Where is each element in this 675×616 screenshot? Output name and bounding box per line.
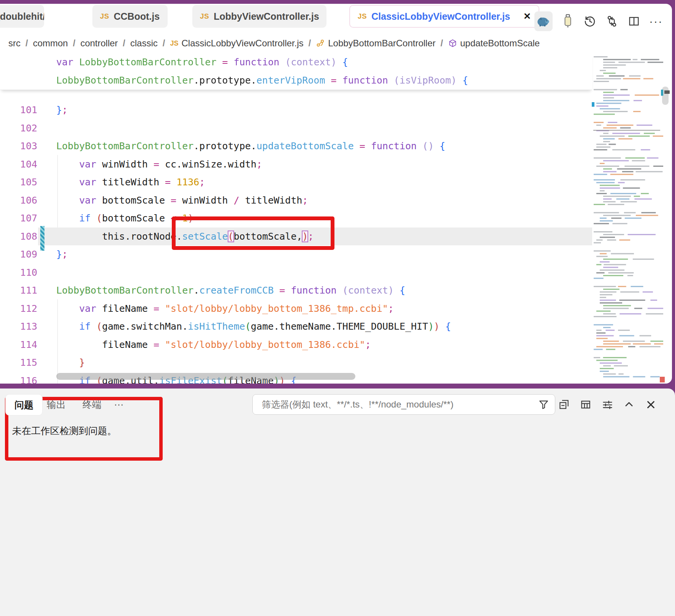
split-editor-icon[interactable] (627, 14, 641, 28)
tab-es-doublehit[interactable]: s_doublehit/... (0, 5, 44, 28)
breadcrumb-separator: / (309, 38, 311, 49)
editor-area: s_doublehit/... JS CCBoot.js JS LobbyVie… (0, 4, 672, 384)
maximize-panel-icon[interactable] (623, 398, 635, 411)
collapse-all-icon[interactable] (558, 398, 570, 411)
tab-label: s_doublehit/... (0, 11, 44, 22)
line-number: 115 (0, 357, 38, 368)
overview-modified-marker (661, 90, 663, 96)
close-panel-icon[interactable] (645, 398, 657, 411)
line-number: 116 (0, 375, 38, 384)
line-number: 109 (0, 249, 38, 260)
minimap-error-marker (660, 377, 665, 382)
table-view-icon[interactable] (580, 398, 592, 411)
line-number: 103 (0, 141, 38, 152)
breadcrumb-label: ClassicLobbyViewController.js (181, 38, 303, 49)
more-actions-icon[interactable]: ··· (649, 14, 663, 28)
breadcrumb-item-src[interactable]: src (8, 38, 21, 49)
line-number: 104 (0, 159, 38, 170)
panel-tab-problems[interactable]: 问题 (5, 394, 43, 415)
usb-drive-icon[interactable] (561, 14, 575, 28)
tab-classiclobbyviewcontroller[interactable]: JS ClassicLobbyViewController.js ✕ (349, 5, 539, 28)
line-number: 108 (0, 231, 38, 242)
sticky-scroll[interactable]: var LobbyBottomBarController = function … (0, 53, 592, 90)
filter-icon[interactable] (537, 398, 550, 411)
code-line-112: 112 var fileName = "slot/lobby/lobby_bot… (0, 300, 592, 318)
breadcrumb-label: src (8, 38, 21, 49)
code-line-114: 114 fileName = "slot/lobby/lobby_bottom_… (0, 336, 592, 354)
panel-tab-output[interactable]: 输出 (47, 394, 66, 415)
code-line-115: 115 } (0, 354, 592, 372)
problems-message: 未在工作区检测到问题。 (12, 425, 117, 437)
js-file-icon: JS (358, 12, 367, 21)
git-compare-icon[interactable] (605, 14, 619, 28)
breadcrumb-label: common (33, 38, 68, 49)
panel-tab-label: 问题 (14, 399, 33, 411)
line-number: 102 (0, 123, 38, 134)
breadcrumb-item-classic[interactable]: classic (130, 38, 158, 49)
breadcrumb-label: controller (80, 38, 118, 49)
minimap[interactable] (592, 52, 663, 384)
panel-tab-more[interactable]: ⋯ (114, 394, 124, 415)
breadcrumb-item-updatebottomscale[interactable]: updateBottomScale (448, 38, 540, 49)
sticky-line-2[interactable]: LobbyBottomBarController.prototype.enter… (0, 71, 592, 90)
breadcrumb-label: classic (130, 38, 158, 49)
overview-cursor-marker (664, 90, 670, 94)
code-line-103: 103LobbyBottomBarController.prototype.up… (0, 137, 592, 155)
line-number: 107 (0, 213, 38, 224)
breadcrumb-item-common[interactable]: common (33, 38, 68, 49)
breadcrumb-separator: / (25, 38, 28, 49)
breadcrumb-item-classiclobbyviewcontroller-js[interactable]: JSClassicLobbyViewController.js (170, 38, 303, 49)
code-line-111: 111LobbyBottomBarController.createFromCC… (0, 281, 592, 300)
line-number: 111 (0, 285, 38, 296)
tab-label: ClassicLobbyViewController.js (371, 11, 510, 22)
horizontal-scrollbar[interactable] (56, 373, 355, 380)
breadcrumb[interactable]: src/common/controller/classic/JSClassicL… (8, 36, 540, 51)
editor-toolbar: ··· (534, 11, 663, 32)
line-number: 105 (0, 177, 38, 188)
line-number: 106 (0, 195, 38, 206)
problems-filter-input[interactable]: 筛选器(例如 text、**/*.ts、!**/node_modules/**) (252, 394, 555, 415)
close-tab-icon[interactable]: ✕ (523, 11, 531, 22)
line-number: 113 (0, 321, 38, 332)
line-number: 114 (0, 339, 38, 350)
panel-actions (558, 398, 657, 411)
breadcrumb-label: LobbyBottomBarController (328, 38, 436, 49)
code-line-105: 105 var titleWidth = 1136; (0, 173, 592, 191)
panel-tab-label: 输出 (47, 398, 66, 411)
line-number: 110 (0, 267, 38, 278)
tab-ccboot[interactable]: JS CCBoot.js (92, 5, 168, 28)
tab-label: CCBoot.js (114, 11, 160, 22)
minimap-modified-marker (592, 102, 594, 107)
code-line-104: 104 var winWidth = cc.winSize.width; (0, 155, 592, 174)
sticky-line-1[interactable]: var LobbyBottomBarController = function … (0, 53, 592, 71)
more-tabs-icon: ⋯ (114, 399, 124, 410)
code-editor[interactable]: 101};102103LobbyBottomBarController.prot… (0, 49, 672, 384)
breadcrumb-separator: / (440, 38, 443, 49)
history-icon[interactable] (583, 14, 597, 28)
code-line-110: 110 (0, 264, 592, 282)
code-line-101: 101}; (0, 101, 592, 119)
js-file-icon: JS (100, 12, 109, 21)
breadcrumb-separator: / (73, 38, 76, 49)
assistant-pig-icon[interactable] (534, 11, 553, 31)
breadcrumb-item-controller[interactable]: controller (80, 38, 118, 49)
code-line-102: 102 (0, 119, 592, 137)
tab-label: LobbyViewController.js (214, 11, 319, 22)
panel-tab-label: 终端 (82, 398, 101, 411)
js-file-icon: JS (170, 39, 178, 47)
breadcrumb-separator: / (123, 38, 125, 49)
breadcrumb-item-lobbybottombarcontroller[interactable]: LobbyBottomBarController (316, 38, 436, 49)
panel-tab-terminal[interactable]: 终端 (82, 394, 101, 415)
tab-lobbyviewcontroller[interactable]: JS LobbyViewController.js (192, 5, 326, 28)
breadcrumb-separator: / (163, 38, 165, 49)
filter-placeholder: 筛选器(例如 text、**/*.ts、!**/node_modules/**) (262, 398, 453, 411)
method-symbol-icon (448, 39, 457, 48)
annotation-box-setscale (172, 216, 334, 250)
code-line-113: 113 if (game.switchMan.isHitTheme(game.t… (0, 317, 592, 336)
line-number: 112 (0, 303, 38, 314)
js-file-icon: JS (200, 12, 209, 21)
filter-settings-icon[interactable] (601, 398, 613, 411)
code-line-106: 106 var bottomScale = winWidth / titleWi… (0, 191, 592, 210)
breadcrumb-label: updateBottomScale (460, 38, 540, 49)
line-number: 101 (0, 104, 38, 115)
